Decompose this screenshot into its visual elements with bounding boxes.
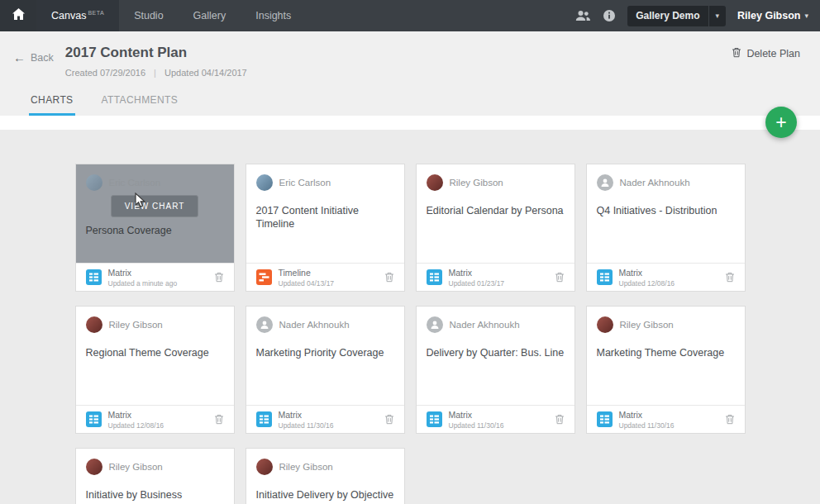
chart-type-meta: Matrix Updated 11/30/16: [449, 410, 504, 430]
author-name: Riley Gibson: [279, 462, 333, 472]
chart-type-label: Matrix: [108, 268, 178, 278]
author-row: Nader Akhnoukh: [427, 316, 565, 333]
trash-icon[interactable]: [214, 272, 224, 283]
top-navbar: CanvasBETA Studio Gallery Insights Galle…: [0, 0, 820, 31]
title-block: 2017 Content Plan Created 07/29/2016 | U…: [65, 45, 247, 78]
trash-icon[interactable]: [555, 272, 565, 283]
timeline-icon: [256, 269, 272, 285]
card-footer: Matrix Updated 12/08/16: [587, 263, 745, 291]
back-label: Back: [31, 52, 54, 64]
avatar: [427, 174, 443, 191]
card-body: Riley Gibson Editorial Calendar by Perso…: [417, 164, 574, 263]
card-footer: Matrix Updated 12/08/16: [76, 405, 234, 433]
author-row: Eric Carlson: [256, 174, 394, 191]
trash-icon[interactable]: [214, 414, 224, 425]
card-footer: Timeline Updated 04/13/17: [246, 263, 404, 291]
author-name: Nader Akhnoukh: [279, 320, 350, 330]
chart-grid: Eric Carlson VIEW CHART Persona Coverage…: [75, 164, 746, 504]
author-row: Nader Akhnoukh: [256, 316, 394, 333]
chart-card[interactable]: Riley Gibson Regional Theme Coverage Mat…: [75, 306, 235, 434]
trash-icon: [732, 47, 741, 60]
tab-charts[interactable]: CHARTS: [29, 94, 75, 116]
chart-title: Delivery by Quarter: Bus. Line: [427, 346, 565, 359]
author-name: Eric Carlson: [109, 178, 161, 188]
user-name: Riley Gibson: [737, 10, 800, 21]
author-row: Riley Gibson: [256, 459, 394, 475]
card-body: Riley Gibson Regional Theme Coverage: [76, 307, 234, 405]
chart-updated-label: Updated 04/13/17: [279, 279, 335, 288]
author-name: Riley Gibson: [450, 178, 503, 188]
chevron-down-icon: ▾: [804, 12, 808, 20]
chart-updated-label: Updated 11/30/16: [449, 421, 504, 430]
chart-type-meta: Matrix Updated a minute ago: [108, 268, 178, 288]
chart-title: Marketing Theme Coverage: [597, 346, 735, 359]
user-menu[interactable]: Riley Gibson ▾: [737, 10, 808, 21]
chart-updated-label: Updated 12/08/16: [619, 279, 675, 288]
matrix-icon: [597, 269, 613, 285]
nav-item-canvas[interactable]: CanvasBETA: [36, 0, 119, 31]
avatar: [256, 316, 273, 333]
author-name: Riley Gibson: [109, 462, 163, 472]
delete-plan-label: Delete Plan: [746, 48, 800, 59]
chart-card[interactable]: Eric Carlson 2017 Content Initiative Tim…: [246, 164, 405, 292]
chart-card[interactable]: Riley Gibson Initiative Delivery by Obje…: [246, 448, 405, 504]
content-divider: [0, 116, 820, 130]
chart-title: Marketing Priority Coverage: [256, 346, 394, 359]
trash-icon[interactable]: [384, 272, 394, 283]
card-footer: Matrix Updated 11/30/16: [417, 405, 574, 433]
nav-item-studio[interactable]: Studio: [119, 0, 178, 31]
created-date: Created 07/29/2016: [65, 68, 145, 78]
chart-title: Initiative by Business Objective: [86, 488, 224, 504]
brand-label: Canvas: [51, 10, 86, 21]
tab-attachments[interactable]: ATTACHMENTS: [100, 94, 180, 116]
users-icon[interactable]: [575, 10, 591, 21]
matrix-icon: [256, 411, 272, 427]
author-row: Riley Gibson: [86, 316, 224, 333]
info-icon[interactable]: [603, 9, 616, 22]
chart-card[interactable]: Riley Gibson Marketing Theme Coverage Ma…: [586, 306, 746, 434]
chart-card[interactable]: Nader Akhnoukh Marketing Priority Covera…: [246, 306, 405, 434]
chart-card[interactable]: Nader Akhnoukh Delivery by Quarter: Bus.…: [416, 306, 575, 434]
chart-type-meta: Matrix Updated 12/08/16: [108, 410, 164, 430]
trash-icon[interactable]: [555, 414, 565, 425]
author-row: Nader Akhnoukh: [597, 174, 735, 191]
view-chart-button[interactable]: VIEW CHART: [111, 195, 199, 217]
chart-title: Q4 Initiatives - Distribution: [597, 204, 735, 217]
trash-icon[interactable]: [725, 272, 735, 283]
chart-type-meta: Matrix Updated 11/30/16: [279, 410, 334, 430]
gallery-demo-dropdown[interactable]: Gallery Demo ▾: [627, 6, 726, 26]
trash-icon[interactable]: [725, 414, 735, 425]
chart-card[interactable]: Eric Carlson VIEW CHART Persona Coverage…: [75, 164, 235, 292]
beta-badge: BETA: [88, 10, 104, 16]
nav-item-gallery[interactable]: Gallery: [179, 0, 241, 31]
plan-header: ← Back 2017 Content Plan Created 07/29/2…: [0, 31, 820, 78]
card-footer: Matrix Updated 01/23/17: [417, 263, 574, 291]
nav-item-insights[interactable]: Insights: [241, 0, 306, 31]
matrix-icon: [86, 269, 102, 285]
chevron-down-icon: ▾: [709, 12, 727, 20]
home-button[interactable]: [0, 0, 36, 31]
avatar: [86, 174, 102, 191]
author-name: Riley Gibson: [109, 320, 163, 330]
chart-type-label: Matrix: [279, 410, 334, 420]
plan-meta: Created 07/29/2016 | Updated 04/14/2017: [65, 68, 247, 78]
chart-card[interactable]: Riley Gibson Initiative by Business Obje…: [75, 448, 235, 504]
delete-plan-button[interactable]: Delete Plan: [732, 47, 800, 60]
chart-updated-label: Updated 11/30/16: [619, 421, 675, 430]
navbar-right: Gallery Demo ▾ Riley Gibson ▾: [575, 0, 820, 31]
chart-card[interactable]: Riley Gibson Editorial Calendar by Perso…: [416, 164, 575, 292]
chart-type-label: Matrix: [619, 410, 675, 420]
author-name: Eric Carlson: [279, 178, 331, 188]
trash-icon[interactable]: [384, 414, 394, 425]
avatar: [256, 459, 273, 475]
chart-type-meta: Matrix Updated 12/08/16: [619, 268, 675, 288]
card-body: Riley Gibson Initiative by Business Obje…: [76, 449, 234, 504]
author-name: Nader Akhnoukh: [450, 320, 520, 330]
add-chart-button[interactable]: +: [765, 107, 797, 138]
matrix-icon: [86, 411, 102, 427]
card-body: Nader Akhnoukh Marketing Priority Covera…: [246, 307, 404, 405]
chart-type-label: Matrix: [619, 268, 675, 278]
avatar: [86, 459, 102, 475]
chart-card[interactable]: Nader Akhnoukh Q4 Initiatives - Distribu…: [586, 164, 746, 292]
back-button[interactable]: ← Back: [13, 50, 54, 64]
